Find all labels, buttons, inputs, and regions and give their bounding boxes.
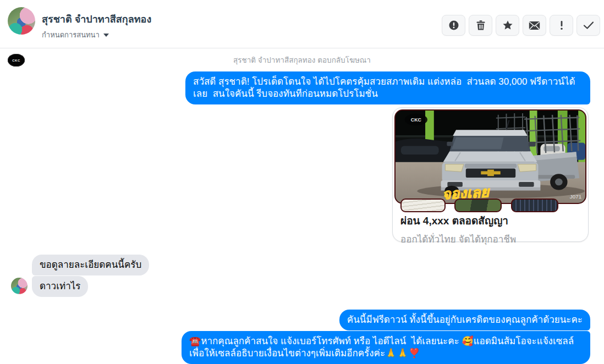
star-button[interactable] xyxy=(496,15,519,36)
message-thread: CKC สุรชาติ จำปาทาสีสกุลทอง ตอบกลับโฆษณา… xyxy=(0,49,604,364)
exclamation-icon xyxy=(559,20,564,31)
trash-icon xyxy=(476,20,486,31)
toolbar xyxy=(442,15,600,36)
envelope-icon xyxy=(529,21,540,30)
alert-circle-icon xyxy=(448,20,459,31)
avatar[interactable] xyxy=(8,7,35,35)
conversation-status[interactable]: กำหนดการสนทนา xyxy=(42,29,109,41)
photo-id-label: J071 xyxy=(570,194,581,200)
message-bubble-outgoing[interactable]: คันนี้มีฟรีดาวน์ ทั้งนี้ขึ้นอยู่กับเครดิ… xyxy=(339,310,590,330)
listing-card[interactable]: CKC จองเลย J071 ผ่อน 4,xxx ตลอดสัญญา ออก… xyxy=(392,107,589,242)
chevron-down-icon xyxy=(103,34,109,37)
listing-title: ผ่อน 4,xxx ตลอดสัญญา xyxy=(400,212,581,229)
truck-photo-illustration: CKC จองเลย J071 xyxy=(396,111,585,203)
star-icon xyxy=(502,20,513,31)
mark-done-button[interactable] xyxy=(576,15,600,36)
photo-watermark: CKC xyxy=(411,117,422,123)
message-bubble-outgoing[interactable]: ☎️หากคุณลูกค้าสนใจ แจ้งเบอร์โทรศัพท์ หรื… xyxy=(182,331,590,364)
mark-unread-button[interactable] xyxy=(523,15,546,36)
delete-button[interactable] xyxy=(469,15,492,36)
system-note: สุรชาติ จำปาทาสีสกุลทอง ตอบกลับโฆษณา xyxy=(0,54,604,66)
message-bubble-outgoing[interactable]: สวัสดี สุรชาติ! โปรเด็ดโดนใจ ได้ไปโคตรคุ… xyxy=(185,71,590,104)
vehicle-photo[interactable]: CKC จองเลย J071 xyxy=(394,109,586,204)
photo-thumbnail-2[interactable] xyxy=(454,198,502,212)
listing-subtitle: ออกได้ทั่วไทย จัดได้ทุกอาชีพ xyxy=(400,231,581,246)
message-bubble-incoming[interactable]: ขอดูลายละเอียดคนนี้ครับ xyxy=(32,255,149,275)
conversation-status-label: กำหนดการสนทนา xyxy=(42,29,100,41)
sender-avatar[interactable] xyxy=(11,278,28,294)
alert-circle-button[interactable] xyxy=(442,15,465,36)
photo-thumbnail-3[interactable] xyxy=(511,198,558,212)
page-title: สุรชาติ จำปาทาสีสกุลทอง xyxy=(42,11,151,27)
check-icon xyxy=(583,21,594,30)
message-bubble-incoming[interactable]: ดาวเท่าไร xyxy=(32,276,88,297)
photo-thumbnail-1[interactable] xyxy=(400,198,446,212)
mark-important-button[interactable] xyxy=(550,15,573,36)
conversation-header: สุรชาติ จำปาทาสีสกุลทอง กำหนดการสนทนา xyxy=(0,0,604,48)
listing-card-text: ผ่อน 4,xxx ตลอดสัญญา ออกได้ทั่วไทย จัดได… xyxy=(400,212,581,246)
